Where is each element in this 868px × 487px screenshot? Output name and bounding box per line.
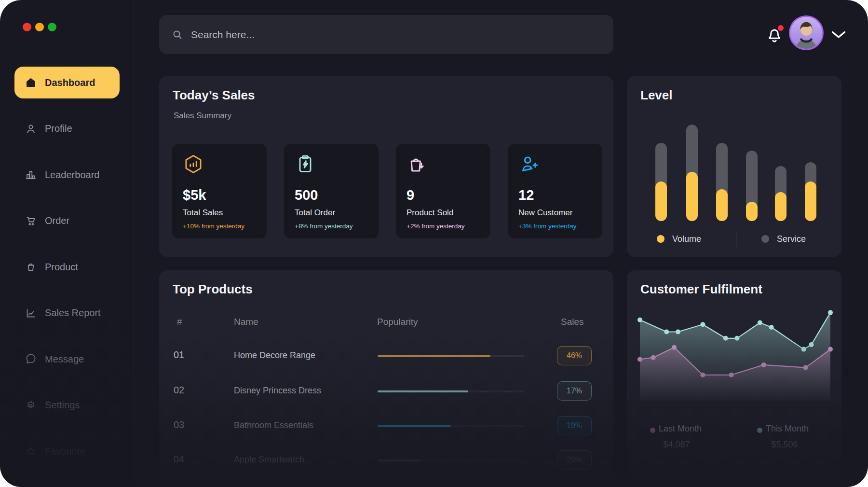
chart-icon [25,307,37,319]
sidebar-item-sales-report[interactable]: Sales Report [14,297,120,329]
product-name: Apple Smartwatch [234,455,304,465]
this-month-legend-dot [757,428,762,433]
card-subtitle: Sales Summary [174,111,231,121]
sidebar-item-favourite[interactable]: Favourite [14,435,120,467]
sidebar-item-label: Leaderboard [45,169,99,181]
stat-label: Total Order [295,208,335,218]
sales-badge: 29% [557,450,592,470]
header-name: Name [234,317,258,327]
app-window: Dashboard Profile Leaderboard Order Prod… [0,0,868,487]
stat-card-new-customer[interactable]: 12 New Customer +3% from yesterday [508,144,602,238]
legend-divider [736,232,737,247]
sidebar-item-message[interactable]: Message [14,343,120,375]
sidebar-item-label: Dashboard [45,77,95,88]
sidebar: Dashboard Profile Leaderboard Order Prod… [0,0,134,487]
avatar-image [790,17,822,49]
search-bar[interactable] [159,15,613,54]
customer-add-icon [518,153,540,175]
search-icon [172,29,183,41]
product-name: Disney Princess Dress [234,386,321,396]
stat-delta: +2% from yesterday [407,223,464,230]
product-row-01[interactable]: 01 Home Decore Range 46% [159,345,613,366]
level-legend: Volume Service [627,230,841,249]
cart-icon [25,215,37,227]
stat-delta: +10% from yesterday [183,223,244,230]
sales-badge: 19% [557,416,592,435]
sales-badge: 46% [557,346,592,365]
sidebar-item-label: Profile [45,123,72,134]
service-legend-label: Service [777,234,806,244]
sidebar-item-label: Favourite [45,446,85,457]
popularity-bar [378,425,524,427]
chevron-down-icon[interactable] [831,31,846,39]
last-month-value: $4,087 [650,440,703,450]
search-input[interactable] [190,28,601,41]
order-clipboard-icon [295,153,316,175]
popularity-bar [378,390,524,392]
header-rank: # [177,317,182,327]
user-avatar[interactable] [789,15,824,50]
card-title: Level [640,88,673,103]
popularity-bar [378,355,524,357]
product-rank: 01 [174,349,184,361]
stats-row: $5k Total Sales +10% from yesterday 500 … [172,144,602,238]
card-title: Customer Fulfilment [640,282,762,297]
sidebar-item-settings[interactable]: Settings [14,390,120,421]
service-legend-dot [761,235,769,243]
product-row-03[interactable]: 03 Bathroom Essentials 19% [159,415,613,436]
card-title: Today’s Sales [173,88,255,103]
level-bar-3 [716,143,728,221]
sidebar-item-label: Settings [45,400,80,411]
last-month-legend-dot [650,428,655,433]
notifications-button[interactable] [764,24,786,46]
stat-label: Total Sales [183,208,223,218]
level-bar-4 [746,151,758,221]
product-row-04[interactable]: 04 Apple Smartwatch 29% [159,449,613,471]
card-title: Top Products [173,282,253,297]
this-month-legend-label: This Month [766,424,809,434]
level-bar-2 [686,125,698,221]
this-month-value: $5,506 [758,440,811,450]
sidebar-item-leaderboard[interactable]: Leaderboard [14,159,120,191]
sidebar-item-order[interactable]: Order [14,205,120,237]
popularity-bar [378,459,524,461]
product-row-02[interactable]: 02 Disney Princess Dress 17% [159,380,613,402]
header-popularity: Popularity [377,317,418,327]
level-card: Level Volume Service [627,76,841,257]
stat-value: 12 [518,187,534,203]
sidebar-item-profile[interactable]: Profile [14,113,120,145]
product-name: Bathroom Essentials [234,420,313,431]
customer-fulfilment-card: Customer Fulfilment Last Month $4,087 Th… [627,270,841,487]
stat-label: New Customer [518,208,572,218]
product-name: Home Decore Range [234,350,315,361]
stat-card-product-sold[interactable]: 9 Product Sold +2% from yesterday [396,144,490,238]
sidebar-item-label: Product [45,262,78,273]
stat-value: 9 [407,187,414,203]
stat-label: Product Sold [407,208,453,218]
gear-icon [25,400,37,411]
bag-icon [25,261,37,273]
volume-legend-label: Volume [672,234,701,244]
product-rank: 04 [174,454,184,465]
stat-card-total-order[interactable]: 500 Total Order +8% from yesterday [284,144,379,238]
stat-delta: +8% from yesterday [295,223,353,230]
stat-delta: +3% from yesterday [518,223,576,230]
volume-legend-dot [657,235,665,243]
product-rank: 02 [174,385,184,396]
product-rank: 03 [174,419,184,431]
level-bar-6 [805,162,816,221]
notification-badge [778,25,784,31]
last-month-legend-label: Last Month [659,424,702,434]
star-icon [25,445,37,457]
todays-sales-card: Today’s Sales Sales Summary $5k Total Sa… [159,76,613,257]
header-sales: Sales [561,317,584,327]
stat-value: 500 [295,187,318,203]
sales-badge: 17% [557,381,592,401]
sidebar-nav: Dashboard Profile Leaderboard Order Prod… [0,0,134,487]
sidebar-item-label: Sales Report [45,307,101,319]
sidebar-item-dashboard[interactable]: Dashboard [14,67,120,98]
product-bag-icon [407,153,428,175]
level-bar-5 [775,166,787,221]
sidebar-item-product[interactable]: Product [14,251,120,283]
stat-card-total-sales[interactable]: $5k Total Sales +10% from yesterday [172,144,267,238]
